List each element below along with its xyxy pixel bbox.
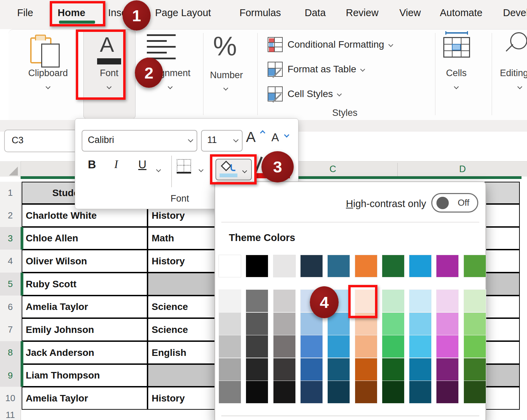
color-variant-swatch-r2-c3[interactable] bbox=[273, 313, 295, 335]
color-variant-swatch-r4-c8[interactable] bbox=[409, 358, 431, 381]
borders-button[interactable] bbox=[177, 159, 192, 175]
column-header-d[interactable]: D bbox=[442, 161, 483, 177]
color-variant-swatch-r5-c8[interactable] bbox=[409, 381, 431, 403]
styles-item-format-as-table[interactable]: Format as Table bbox=[268, 60, 364, 78]
row-header-11[interactable]: 11 bbox=[0, 410, 21, 420]
cell-name-8[interactable]: Jack Anderson bbox=[22, 341, 148, 364]
color-variant-swatch-r2-c2[interactable] bbox=[246, 313, 268, 335]
clipboard-group-chevron[interactable] bbox=[46, 84, 50, 90]
cell-name-4[interactable]: Oliver Wilson bbox=[22, 250, 148, 273]
number-group-chevron[interactable] bbox=[224, 85, 227, 91]
color-variant-swatch-r5-c2[interactable] bbox=[246, 381, 268, 403]
font-size-combobox[interactable]: 11 bbox=[201, 130, 243, 152]
color-variant-swatch-r5-c4[interactable] bbox=[301, 381, 323, 403]
theme-color-swatch-8[interactable] bbox=[409, 255, 431, 277]
row-header-6[interactable]: 6 bbox=[0, 296, 21, 319]
color-variant-swatch-r5-c7[interactable] bbox=[382, 381, 404, 403]
alignment-group-chevron[interactable] bbox=[168, 84, 172, 90]
row-header-7[interactable]: 7 bbox=[0, 318, 21, 341]
color-variant-swatch-r1-c2[interactable] bbox=[246, 290, 268, 312]
underline-options-chevron[interactable] bbox=[157, 167, 160, 173]
color-variant-swatch-r3-c3[interactable] bbox=[273, 335, 295, 358]
color-variant-swatch-r1-c9[interactable] bbox=[436, 290, 458, 312]
styles-item-conditional-formatting[interactable]: Conditional Formatting bbox=[268, 36, 393, 53]
color-variant-swatch-r1-c7[interactable] bbox=[382, 290, 404, 312]
theme-color-swatch-2[interactable] bbox=[246, 255, 268, 277]
theme-color-swatch-9[interactable] bbox=[436, 255, 458, 277]
color-variant-swatch-r1-c3[interactable] bbox=[273, 290, 295, 312]
tab-developer[interactable]: Developer bbox=[503, 0, 527, 26]
tab-automate[interactable]: Automate bbox=[440, 0, 482, 26]
cell-name-3[interactable]: Chloe Allen bbox=[22, 227, 148, 250]
color-variant-swatch-r4-c4[interactable] bbox=[301, 358, 323, 381]
tab-file[interactable]: File bbox=[17, 0, 33, 26]
color-variant-swatch-r4-c1[interactable] bbox=[219, 358, 241, 381]
bold-button[interactable]: B bbox=[88, 158, 96, 171]
cell-name-5[interactable]: Ruby Scott bbox=[22, 273, 148, 296]
row-header-2[interactable]: 2 bbox=[0, 204, 21, 227]
color-variant-swatch-r3-c7[interactable] bbox=[382, 335, 404, 358]
increase-font-size-button[interactable]: A bbox=[246, 129, 265, 150]
row-header-1[interactable]: 1 bbox=[0, 182, 21, 204]
color-variant-swatch-r5-c9[interactable] bbox=[436, 381, 458, 403]
color-variant-swatch-r1-c8[interactable] bbox=[409, 290, 431, 312]
styles-item-cell-styles[interactable]: Cell Styles bbox=[268, 85, 341, 103]
color-variant-swatch-r3-c9[interactable] bbox=[436, 335, 458, 358]
column-header-c[interactable]: C bbox=[312, 161, 353, 177]
tab-view[interactable]: View bbox=[399, 0, 421, 26]
theme-color-swatch-6[interactable] bbox=[355, 255, 377, 277]
color-variant-swatch-r2-c10[interactable] bbox=[464, 313, 486, 335]
tab-page-layout[interactable]: Page Layout bbox=[155, 0, 211, 26]
theme-color-swatch-5[interactable] bbox=[328, 255, 350, 277]
color-variant-swatch-r4-c3[interactable] bbox=[273, 358, 295, 381]
row-header-4[interactable]: 4 bbox=[0, 250, 21, 273]
color-variant-swatch-r4-c5[interactable] bbox=[328, 358, 350, 381]
row-header-8[interactable]: 8 bbox=[0, 341, 21, 364]
color-variant-swatch-r3-c8[interactable] bbox=[409, 335, 431, 358]
color-variant-swatch-r4-c2[interactable] bbox=[246, 358, 268, 381]
theme-color-swatch-1[interactable] bbox=[219, 255, 241, 277]
color-variant-swatch-r3-c10[interactable] bbox=[464, 335, 486, 358]
color-variant-swatch-r1-c10[interactable] bbox=[464, 290, 486, 312]
row-header-9[interactable]: 9 bbox=[0, 364, 21, 387]
cell-name-9[interactable]: Liam Thompson bbox=[22, 364, 148, 387]
decrease-font-size-button[interactable]: A bbox=[271, 131, 291, 150]
tab-data[interactable]: Data bbox=[305, 0, 326, 26]
color-variant-swatch-r4-c9[interactable] bbox=[436, 358, 458, 381]
high-contrast-toggle[interactable]: Off bbox=[431, 193, 478, 213]
color-variant-swatch-r4-c10[interactable] bbox=[464, 358, 486, 381]
theme-color-swatch-10[interactable] bbox=[464, 255, 486, 277]
row-header-5[interactable]: 5 bbox=[0, 273, 21, 296]
color-variant-swatch-r3-c6[interactable] bbox=[355, 335, 377, 358]
color-variant-swatch-r2-c9[interactable] bbox=[436, 313, 458, 335]
color-variant-swatch-r4-c7[interactable] bbox=[382, 358, 404, 381]
color-variant-swatch-r3-c4[interactable] bbox=[301, 335, 323, 358]
row-header-3[interactable]: 3 bbox=[0, 227, 21, 250]
color-variant-swatch-r5-c6[interactable] bbox=[355, 381, 377, 403]
color-variant-swatch-r3-c1[interactable] bbox=[219, 335, 241, 358]
theme-color-swatch-3[interactable] bbox=[273, 255, 295, 277]
editing-group-chevron[interactable] bbox=[518, 84, 522, 90]
theme-color-swatch-4[interactable] bbox=[301, 255, 323, 277]
color-variant-swatch-r5-c5[interactable] bbox=[328, 381, 350, 403]
row-header-10[interactable]: 10 bbox=[0, 387, 21, 410]
color-variant-swatch-r5-c1[interactable] bbox=[219, 381, 241, 403]
color-variant-swatch-r1-c1[interactable] bbox=[219, 290, 241, 312]
color-variant-swatch-r2-c7[interactable] bbox=[382, 313, 404, 335]
color-variant-swatch-r2-c8[interactable] bbox=[409, 313, 431, 335]
cell-name-7[interactable]: Emily Johnson bbox=[22, 318, 148, 341]
color-variant-swatch-r4-c6[interactable] bbox=[355, 358, 377, 381]
cell-name-10[interactable]: Amelia Taylor bbox=[22, 387, 148, 410]
color-variant-swatch-r5-c10[interactable] bbox=[464, 381, 486, 403]
color-variant-swatch-r3-c5[interactable] bbox=[328, 335, 350, 358]
color-variant-swatch-r3-c2[interactable] bbox=[246, 335, 268, 358]
color-variant-swatch-r2-c1[interactable] bbox=[219, 313, 241, 335]
underline-button[interactable]: U bbox=[138, 158, 147, 171]
color-variant-swatch-r5-c3[interactable] bbox=[273, 381, 295, 403]
theme-color-swatch-7[interactable] bbox=[382, 255, 404, 277]
borders-chevron[interactable] bbox=[199, 167, 203, 173]
italic-button[interactable]: I bbox=[114, 158, 118, 171]
tab-review[interactable]: Review bbox=[346, 0, 378, 26]
name-box[interactable]: C3 bbox=[4, 130, 79, 152]
cell-name-6[interactable]: Amelia Taylor bbox=[22, 296, 148, 318]
